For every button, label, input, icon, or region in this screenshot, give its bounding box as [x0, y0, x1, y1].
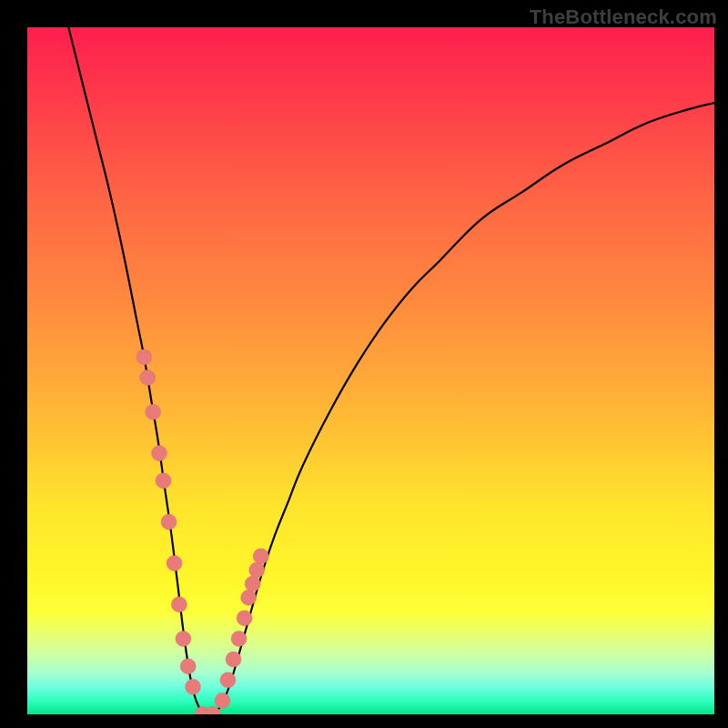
highlight-dot — [226, 652, 241, 667]
highlight-dot — [215, 693, 230, 708]
chart-frame: TheBottleneck.com — [0, 0, 728, 728]
highlight-dot — [180, 659, 196, 674]
highlight-dot — [249, 562, 265, 578]
highlight-dot — [161, 514, 177, 530]
highlight-dot — [220, 672, 236, 688]
chart-svg — [27, 27, 714, 714]
watermark-text: TheBottleneck.com — [530, 5, 717, 29]
highlight-dot — [167, 555, 182, 571]
highlight-dot — [171, 597, 187, 612]
highlight-dot — [237, 611, 252, 626]
highlight-dot — [140, 370, 156, 386]
highlight-dot — [241, 590, 257, 605]
highlight-dot — [185, 679, 200, 694]
plot-area — [27, 27, 714, 714]
bottleneck-curve — [68, 27, 714, 714]
highlight-dots-group — [136, 349, 268, 714]
highlight-dot — [205, 707, 220, 715]
highlight-dot — [176, 631, 191, 646]
highlight-dot — [231, 631, 247, 646]
highlight-dot — [151, 446, 167, 461]
highlight-dot — [245, 576, 260, 592]
highlight-dot — [136, 349, 152, 365]
highlight-dot — [146, 404, 161, 420]
highlight-dot — [156, 473, 171, 489]
highlight-dot — [253, 549, 268, 564]
